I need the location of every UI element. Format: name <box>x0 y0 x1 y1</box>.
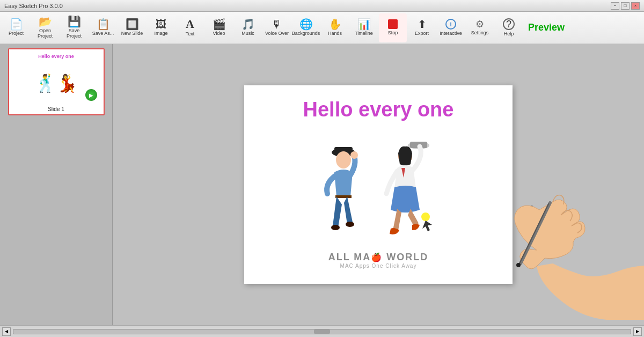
hands-icon: ✋ <box>328 19 342 30</box>
slide-1-label: Slide 1 <box>11 106 101 112</box>
new-slide-button[interactable]: 🔲 New Slide <box>118 13 146 42</box>
watermark-sub: MAC Apps One Click Away <box>244 263 513 269</box>
backgrounds-icon: 🌐 <box>299 19 313 30</box>
export-icon: ⬆ <box>418 19 427 30</box>
scroll-left-button[interactable]: ◀ <box>2 327 11 336</box>
svg-point-2 <box>336 151 351 169</box>
new-project-button[interactable]: 📄 Project <box>2 13 30 42</box>
slide-1-thumb-title: Hello every one <box>11 54 101 59</box>
svg-point-6 <box>350 151 358 159</box>
scroll-track[interactable] <box>13 329 631 334</box>
dancers-svg <box>292 137 464 250</box>
hand-pen-svg <box>510 180 644 320</box>
video-button[interactable]: 🎬 Video <box>205 13 233 42</box>
backgrounds-label: Backgrounds <box>292 31 320 36</box>
hand-with-pen <box>510 180 644 320</box>
save-as-label: Save As... <box>92 31 114 36</box>
svg-point-5 <box>346 222 354 227</box>
voice-over-label: Voice Over <box>265 31 289 36</box>
dancers-area <box>292 137 464 250</box>
new-project-icon: 📄 <box>10 19 23 30</box>
interactive-label: Interactive <box>440 31 462 36</box>
slide-canvas: Hello every one <box>244 85 513 284</box>
hands-button[interactable]: ✋ Hands <box>321 13 349 42</box>
stop-button[interactable]: Stop <box>379 13 407 42</box>
interactive-button[interactable]: i Interactive <box>437 13 465 42</box>
image-button[interactable]: 🖼 Image <box>147 13 175 42</box>
slide-1-play-icon: ▶ <box>85 89 97 101</box>
slide-title: Hello every one <box>244 98 513 121</box>
svg-point-10 <box>421 213 430 221</box>
save-project-button[interactable]: 💾 Save Project <box>60 13 88 42</box>
stop-label: Stop <box>388 31 398 36</box>
text-icon: A <box>186 18 194 30</box>
new-slide-icon: 🔲 <box>126 19 139 30</box>
video-icon: 🎬 <box>213 19 226 30</box>
open-project-icon: 📂 <box>39 16 52 27</box>
slide-content <box>244 127 513 250</box>
preview-label: Preview <box>528 22 571 33</box>
timeline-button[interactable]: 📊 Timeline <box>350 13 378 42</box>
app-title: Easy Sketch Pro 3.0.0 <box>4 3 63 9</box>
save-project-icon: 💾 <box>68 16 81 27</box>
voice-over-button[interactable]: 🎙 Voice Over <box>263 13 291 42</box>
voice-over-icon: 🎙 <box>272 19 282 30</box>
svg-point-16 <box>516 263 521 267</box>
open-project-button[interactable]: 📂 Open Project <box>31 13 59 42</box>
bottom-scrollbar: ◀ ▶ <box>0 325 644 337</box>
svg-marker-11 <box>422 221 432 231</box>
video-label: Video <box>213 31 225 36</box>
close-button[interactable]: × <box>631 2 640 10</box>
export-button[interactable]: ⬆ Export <box>408 13 436 42</box>
main-area: Hello every one 🕺💃 ▶ Slide 1 Hello every… <box>0 44 644 325</box>
title-bar: Easy Sketch Pro 3.0.0 − □ × <box>0 0 644 12</box>
svg-point-4 <box>331 225 340 230</box>
settings-icon: ⚙ <box>475 19 484 29</box>
new-slide-label: New Slide <box>121 31 143 36</box>
open-project-label: Open Project <box>32 28 58 39</box>
slide-1-thumbnail[interactable]: Hello every one 🕺💃 ▶ Slide 1 <box>8 48 105 115</box>
scroll-thumb <box>314 329 330 334</box>
canvas-area: Hello every one <box>113 44 644 325</box>
slide-panel: Hello every one 🕺💃 ▶ Slide 1 <box>0 44 113 325</box>
music-icon: 🎵 <box>241 19 255 30</box>
watermark: ALL MA🍎 WORLD MAC Apps One Click Away <box>244 252 513 269</box>
settings-button[interactable]: ⚙ Settings <box>466 13 494 42</box>
text-button[interactable]: A Text <box>176 13 204 42</box>
maximize-button[interactable]: □ <box>621 2 630 10</box>
settings-label: Settings <box>471 31 489 36</box>
title-bar-buttons[interactable]: − □ × <box>611 2 640 10</box>
save-as-button[interactable]: 📋 Save As... <box>89 13 117 42</box>
help-label: Help <box>504 32 514 37</box>
timeline-icon: 📊 <box>357 19 371 30</box>
new-project-label: Project <box>9 31 24 36</box>
image-icon: 🖼 <box>156 19 166 30</box>
timeline-label: Timeline <box>355 31 373 36</box>
slide-1-dancers-icon: 🕺💃 <box>35 73 78 93</box>
help-button[interactable]: ? Help <box>495 13 523 42</box>
interactive-icon: i <box>445 19 456 30</box>
help-icon: ? <box>503 18 515 30</box>
stop-icon <box>388 19 398 29</box>
scroll-right-button[interactable]: ▶ <box>633 327 642 336</box>
export-label: Export <box>415 31 429 36</box>
watermark-main: ALL MA🍎 WORLD <box>244 252 513 263</box>
svg-rect-3 <box>335 195 352 198</box>
slide-1-preview: Hello every one 🕺💃 ▶ <box>11 52 101 105</box>
image-label: Image <box>154 31 167 36</box>
hands-label: Hands <box>328 31 342 36</box>
save-as-icon: 📋 <box>97 19 110 30</box>
minimize-button[interactable]: − <box>611 2 619 10</box>
text-label: Text <box>186 32 195 37</box>
backgrounds-button[interactable]: 🌐 Backgrounds <box>292 13 320 42</box>
music-label: Music <box>241 31 254 36</box>
save-project-label: Save Project <box>61 28 87 39</box>
toolbar: 📄 Project 📂 Open Project 💾 Save Project … <box>0 12 644 44</box>
music-button[interactable]: 🎵 Music <box>234 13 262 42</box>
